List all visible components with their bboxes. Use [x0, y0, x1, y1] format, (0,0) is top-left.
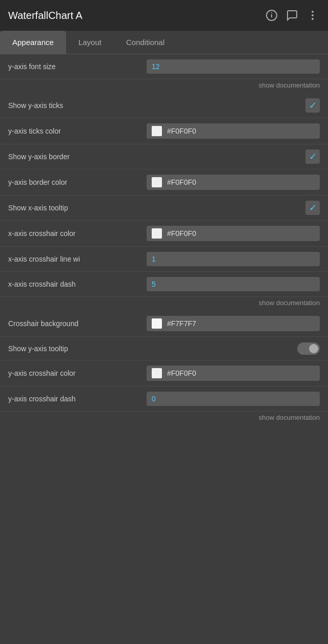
label-y-axis-ticks-color: y-axis ticks color — [8, 127, 147, 135]
hex-y-axis-ticks: #F0F0F0 — [167, 127, 196, 135]
swatch-y-axis-ticks — [152, 126, 162, 136]
swatch-y-axis-crosshair — [152, 368, 162, 378]
value-y-axis-crosshair-dash — [147, 392, 320, 406]
hex-x-axis-crosshair: #F0F0F0 — [167, 229, 196, 238]
row-show-y-axis-ticks: Show y-axis ticks ✓ — [0, 93, 328, 118]
color-picker-crosshair-bg[interactable]: #F7F7F7 — [147, 316, 320, 331]
more-icon[interactable] — [305, 8, 320, 23]
row-x-axis-crosshair-line-wi: x-axis crosshair line wi — [0, 247, 328, 272]
label-y-axis-crosshair-color: y-axis crosshair color — [8, 369, 147, 377]
label-show-y-axis-border: Show y-axis border — [8, 153, 147, 161]
label-show-y-axis-tooltip: Show y-axis tooltip — [8, 345, 147, 353]
value-x-axis-crosshair-line-wi — [147, 252, 320, 266]
checkbox-show-y-axis-border[interactable]: ✓ — [305, 149, 320, 164]
value-y-axis-crosshair-color: #F0F0F0 — [147, 366, 320, 381]
hex-y-axis-border: #F0F0F0 — [167, 178, 196, 186]
color-picker-y-axis-border[interactable]: #F0F0F0 — [147, 175, 320, 190]
value-show-y-axis-ticks: ✓ — [147, 98, 320, 113]
input-y-axis-font-size[interactable] — [147, 59, 320, 74]
svg-point-2 — [271, 12, 272, 13]
doc-link-2[interactable]: show documentation — [259, 299, 320, 307]
label-y-axis-crosshair-dash: y-axis crosshair dash — [8, 395, 147, 403]
hex-y-axis-crosshair: #F0F0F0 — [167, 369, 196, 377]
comment-icon[interactable] — [285, 8, 299, 23]
row-x-axis-crosshair-color: x-axis crosshair color #F0F0F0 — [0, 221, 328, 247]
doc-row-3: show documentation — [0, 412, 328, 425]
value-crosshair-background: #F7F7F7 — [147, 316, 320, 331]
row-show-y-axis-tooltip: Show y-axis tooltip — [0, 337, 328, 360]
doc-link-1[interactable]: show documentation — [259, 81, 320, 89]
swatch-y-axis-border — [152, 177, 162, 187]
row-y-axis-crosshair-color: y-axis crosshair color #F0F0F0 — [0, 360, 328, 387]
info-icon[interactable] — [264, 8, 279, 23]
value-y-axis-font-size — [147, 59, 320, 74]
tab-layout[interactable]: Layout — [66, 31, 114, 54]
row-show-x-axis-tooltip: Show x-axis tooltip ✓ — [0, 196, 328, 221]
row-y-axis-border-color: y-axis border color #F0F0F0 — [0, 169, 328, 196]
label-y-axis-border-color: y-axis border color — [8, 178, 147, 186]
value-x-axis-crosshair-dash — [147, 277, 320, 291]
value-show-y-axis-tooltip — [147, 342, 320, 355]
header: WaterfallChart A — [0, 0, 328, 31]
label-y-axis-font-size: y-axis font size — [8, 62, 147, 71]
label-x-axis-crosshair-color: x-axis crosshair color — [8, 229, 147, 238]
row-show-y-axis-border: Show y-axis border ✓ — [0, 144, 328, 169]
svg-point-4 — [312, 14, 314, 16]
value-y-axis-ticks-color: #F0F0F0 — [147, 123, 320, 139]
color-picker-y-axis-ticks[interactable]: #F0F0F0 — [147, 123, 320, 139]
toggle-show-y-axis-tooltip[interactable] — [297, 342, 320, 355]
tabs-bar: Appearance Layout Conditional — [0, 31, 328, 54]
tab-appearance[interactable]: Appearance — [0, 31, 66, 54]
color-picker-x-axis-crosshair[interactable]: #F0F0F0 — [147, 226, 320, 241]
checkbox-show-y-axis-ticks[interactable]: ✓ — [305, 98, 320, 113]
row-x-axis-crosshair-dash: x-axis crosshair dash — [0, 272, 328, 297]
label-show-x-axis-tooltip: Show x-axis tooltip — [8, 204, 147, 212]
svg-point-5 — [312, 18, 314, 20]
label-crosshair-background: Crosshair background — [8, 319, 147, 328]
doc-row-2: show documentation — [0, 297, 328, 311]
toggle-thumb — [309, 344, 318, 353]
hex-crosshair-bg: #F7F7F7 — [167, 319, 196, 328]
input-x-axis-crosshair-dash[interactable] — [147, 277, 320, 291]
row-crosshair-background: Crosshair background #F7F7F7 — [0, 311, 328, 337]
input-y-axis-crosshair-dash[interactable] — [147, 392, 320, 406]
value-show-x-axis-tooltip: ✓ — [147, 201, 320, 215]
input-x-axis-crosshair-line-wi[interactable] — [147, 252, 320, 266]
window-title: WaterfallChart A — [8, 10, 83, 22]
label-show-y-axis-ticks: Show y-axis ticks — [8, 101, 147, 110]
value-x-axis-crosshair-color: #F0F0F0 — [147, 226, 320, 241]
row-y-axis-ticks-color: y-axis ticks color #F0F0F0 — [0, 118, 328, 144]
value-y-axis-border-color: #F0F0F0 — [147, 175, 320, 190]
tab-conditional[interactable]: Conditional — [114, 31, 177, 54]
content-area: y-axis font size show documentation Show… — [0, 54, 328, 425]
row-y-axis-font-size: y-axis font size — [0, 54, 328, 79]
value-show-y-axis-border: ✓ — [147, 149, 320, 164]
label-x-axis-crosshair-dash: x-axis crosshair dash — [8, 280, 147, 288]
checkbox-show-x-axis-tooltip[interactable]: ✓ — [305, 201, 320, 215]
doc-row-1: show documentation — [0, 79, 328, 93]
color-picker-y-axis-crosshair[interactable]: #F0F0F0 — [147, 366, 320, 381]
doc-link-3[interactable]: show documentation — [259, 414, 320, 421]
swatch-crosshair-bg — [152, 318, 162, 329]
svg-point-3 — [312, 11, 314, 13]
header-actions — [264, 8, 320, 23]
row-y-axis-crosshair-dash: y-axis crosshair dash — [0, 387, 328, 412]
label-x-axis-crosshair-line-wi: x-axis crosshair line wi — [8, 255, 147, 263]
swatch-x-axis-crosshair — [152, 228, 162, 239]
